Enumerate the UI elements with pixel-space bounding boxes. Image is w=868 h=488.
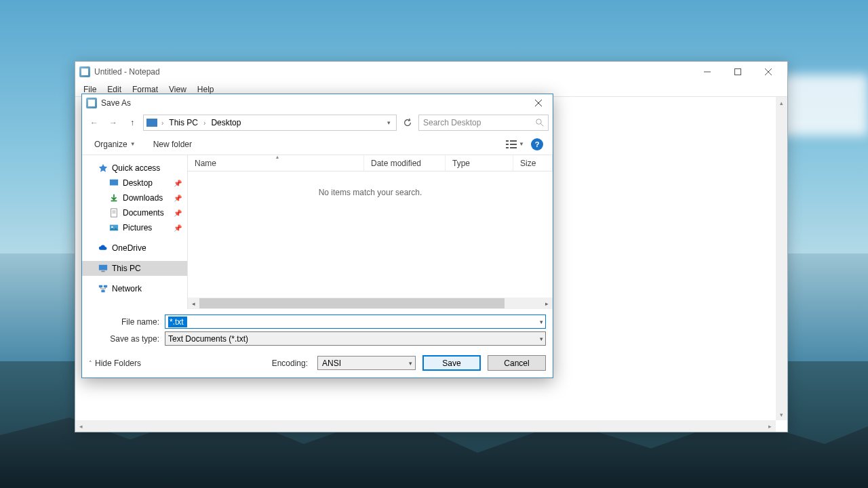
chevron-down-icon: ▼ bbox=[130, 141, 136, 147]
svg-rect-13 bbox=[510, 147, 517, 148]
svg-rect-12 bbox=[510, 144, 517, 145]
notepad-icon bbox=[79, 66, 90, 77]
network-icon bbox=[98, 284, 108, 293]
search-icon bbox=[536, 119, 544, 127]
chevron-down-icon: ▼ bbox=[519, 141, 524, 147]
search-placeholder: Search Desktop bbox=[423, 118, 481, 127]
pictures-icon bbox=[109, 223, 119, 232]
dialog-title: Save As bbox=[101, 98, 131, 108]
pin-icon: 📌 bbox=[174, 209, 182, 217]
pin-icon: 📌 bbox=[174, 180, 182, 187]
horizontal-scrollbar[interactable]: ◂ ▸ bbox=[75, 420, 776, 432]
scroll-up-icon[interactable]: ▴ bbox=[776, 97, 787, 108]
scrollbar-thumb[interactable] bbox=[199, 298, 505, 308]
vertical-scrollbar[interactable]: ▴ ▾ bbox=[776, 97, 787, 420]
save-as-type-select[interactable]: Text Documents (*.txt) ▾ bbox=[165, 331, 546, 346]
column-headers: Name ▴ Date modified Type Size bbox=[188, 155, 553, 171]
download-icon bbox=[109, 193, 119, 203]
svg-rect-21 bbox=[101, 271, 104, 272]
scroll-down-icon[interactable]: ▾ bbox=[776, 409, 787, 420]
svg-rect-8 bbox=[506, 140, 509, 142]
filename-input[interactable]: ▾ bbox=[165, 314, 546, 329]
cloud-icon bbox=[98, 243, 108, 253]
dialog-icon bbox=[86, 98, 97, 108]
breadcrumb-dropdown-icon[interactable]: ▾ bbox=[384, 119, 393, 126]
svg-rect-20 bbox=[99, 265, 107, 270]
pc-icon bbox=[98, 264, 108, 273]
hide-folders-button[interactable]: ˄ Hide Folders bbox=[89, 359, 141, 368]
breadcrumb-desktop[interactable]: Desktop bbox=[208, 118, 243, 127]
svg-rect-24 bbox=[101, 290, 104, 293]
tree-this-pc[interactable]: This PC bbox=[82, 261, 187, 276]
pin-icon: 📌 bbox=[174, 195, 182, 202]
save-as-dialog: Save As ← → ↑ › This PC › Desktop ▾ Sear… bbox=[81, 94, 553, 378]
dialog-close-button[interactable] bbox=[528, 96, 549, 110]
nav-back-button[interactable]: ← bbox=[86, 115, 102, 131]
breadcrumb[interactable]: › This PC › Desktop ▾ bbox=[143, 115, 397, 131]
minimize-button[interactable] bbox=[692, 62, 722, 82]
pc-icon bbox=[146, 119, 157, 127]
view-options-button[interactable]: ▼ bbox=[506, 140, 524, 149]
type-label: Save as type: bbox=[89, 334, 165, 344]
dialog-toolbar: Organize ▼ New folder ▼ ? bbox=[82, 134, 553, 155]
dialog-content: Quick access Desktop 📌 Downloads 📌 Docum… bbox=[82, 155, 553, 309]
help-button[interactable]: ? bbox=[531, 138, 543, 150]
tree-desktop[interactable]: Desktop 📌 bbox=[82, 176, 187, 190]
dialog-navbar: ← → ↑ › This PC › Desktop ▾ Search Deskt… bbox=[82, 112, 553, 134]
chevron-down-icon[interactable]: ▾ bbox=[540, 336, 543, 342]
new-folder-button[interactable]: New folder bbox=[151, 138, 195, 151]
encoding-select[interactable]: ANSI ▾ bbox=[317, 356, 416, 370]
pin-icon: 📌 bbox=[174, 224, 182, 232]
cancel-button[interactable]: Cancel bbox=[488, 355, 546, 371]
search-input[interactable]: Search Desktop bbox=[418, 115, 549, 131]
column-name[interactable]: Name ▴ bbox=[188, 155, 364, 171]
breadcrumb-this-pc[interactable]: This PC bbox=[166, 118, 201, 127]
save-button[interactable]: Save bbox=[422, 355, 481, 371]
chevron-right-icon: › bbox=[202, 119, 207, 127]
scroll-right-icon[interactable]: ▸ bbox=[764, 420, 776, 432]
svg-rect-10 bbox=[506, 147, 509, 148]
column-date[interactable]: Date modified bbox=[364, 155, 446, 171]
tree-pictures[interactable]: Pictures 📌 bbox=[82, 220, 187, 235]
column-size[interactable]: Size bbox=[513, 155, 553, 171]
notepad-titlebar[interactable]: Untitled - Notepad bbox=[75, 62, 787, 82]
navigation-tree: Quick access Desktop 📌 Downloads 📌 Docum… bbox=[82, 155, 188, 309]
dialog-footer: ˄ Hide Folders Encoding: ANSI ▾ Save Can… bbox=[82, 348, 553, 378]
chevron-up-icon: ˄ bbox=[89, 360, 92, 367]
sort-ascending-icon: ▴ bbox=[276, 154, 279, 160]
organize-button[interactable]: Organize ▼ bbox=[92, 138, 138, 151]
chevron-down-icon[interactable]: ▾ bbox=[409, 360, 412, 367]
file-list-scrollbar[interactable]: ◂ ▸ bbox=[188, 298, 553, 309]
desktop-icon bbox=[109, 178, 119, 188]
scroll-left-icon[interactable]: ◂ bbox=[75, 420, 87, 432]
nav-up-button[interactable]: ↑ bbox=[124, 115, 140, 131]
encoding-label: Encoding: bbox=[272, 359, 308, 368]
scroll-left-icon[interactable]: ◂ bbox=[188, 298, 199, 309]
chevron-down-icon[interactable]: ▾ bbox=[540, 319, 543, 325]
close-button[interactable] bbox=[753, 62, 783, 82]
svg-line-7 bbox=[541, 124, 544, 127]
tree-network[interactable]: Network bbox=[82, 281, 187, 296]
tree-quick-access[interactable]: Quick access bbox=[82, 161, 187, 176]
filename-field[interactable] bbox=[168, 317, 187, 327]
star-icon bbox=[98, 163, 108, 173]
chevron-right-icon: › bbox=[160, 119, 165, 127]
svg-rect-1 bbox=[734, 69, 741, 75]
nav-forward-button[interactable]: → bbox=[105, 115, 121, 131]
form-area: File name: ▾ Save as type: Text Document… bbox=[82, 309, 553, 348]
svg-rect-9 bbox=[506, 144, 509, 145]
svg-point-6 bbox=[536, 119, 542, 125]
tree-downloads[interactable]: Downloads 📌 bbox=[82, 190, 187, 205]
column-type[interactable]: Type bbox=[446, 155, 513, 171]
scroll-right-icon[interactable]: ▸ bbox=[541, 298, 553, 309]
tree-documents[interactable]: Documents 📌 bbox=[82, 205, 187, 220]
file-list: Name ▴ Date modified Type Size No items … bbox=[188, 155, 553, 309]
maximize-button[interactable] bbox=[722, 62, 753, 82]
tree-onedrive[interactable]: OneDrive bbox=[82, 241, 187, 256]
empty-message: No items match your search. bbox=[188, 171, 553, 298]
refresh-button[interactable] bbox=[399, 115, 416, 131]
dialog-titlebar[interactable]: Save As bbox=[82, 94, 553, 112]
svg-rect-11 bbox=[510, 140, 517, 142]
svg-rect-22 bbox=[99, 285, 102, 288]
filename-label: File name: bbox=[89, 317, 165, 327]
